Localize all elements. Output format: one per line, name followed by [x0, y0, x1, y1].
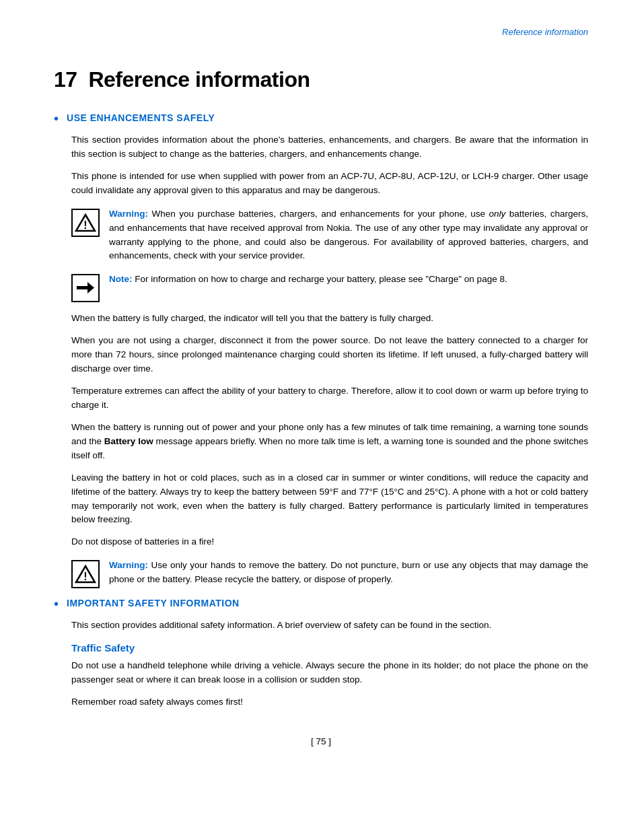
warning-triangle-svg: ! — [75, 213, 96, 232]
note-arrow-svg — [75, 281, 96, 295]
paragraph-3: When the battery is fully charged, the i… — [71, 312, 588, 326]
paragraph-8: Do not dispose of batteries in a fire! — [71, 535, 588, 549]
header-text: Reference information — [502, 27, 588, 37]
traffic-paragraph-2: Remember road safety always comes first! — [71, 695, 588, 709]
warning-label-2: Warning: — [109, 560, 148, 570]
section-heading-safety: IMPORTANT SAFETY INFORMATION — [67, 598, 240, 608]
chapter-title: 17 Reference information — [54, 67, 588, 92]
traffic-paragraph-1: Do not use a handheld telephone while dr… — [71, 659, 588, 687]
warning-icon-1: ! — [71, 209, 100, 237]
paragraph-7: Leaving the battery in hot or cold place… — [71, 471, 588, 528]
chapter-title-text: Reference information — [88, 67, 310, 92]
paragraph-1: This section provides information about … — [71, 133, 588, 162]
enhancements-content: This section provides information about … — [71, 133, 588, 588]
safety-content: This section provides additional safety … — [71, 619, 588, 709]
bullet-icon: • — [54, 111, 59, 127]
paragraph-6: When the battery is running out of power… — [71, 421, 588, 463]
warning-box-1: ! Warning: When you purchase batteries, … — [71, 207, 588, 264]
page-container: Reference information 17 Reference infor… — [0, 0, 642, 840]
paragraph-5: Temperature extremes can affect the abil… — [71, 384, 588, 413]
svg-rect-2 — [77, 286, 89, 289]
paragraph-4: When you are not using a charger, discon… — [71, 334, 588, 376]
warning-text-2: Warning: Use only your hands to remove t… — [109, 559, 588, 587]
safety-paragraph-1: This section provides additional safety … — [71, 619, 588, 633]
page-footer: [ 75 ] — [54, 736, 588, 746]
warning-icon-2: ! — [71, 560, 100, 588]
svg-text:!: ! — [83, 219, 87, 231]
warning-text-1: Warning: When you purchase batteries, ch… — [109, 207, 588, 264]
chapter-number: 17 — [54, 67, 77, 92]
note-label-1: Note: — [109, 274, 133, 284]
section-use-enhancements: • USE ENHANCEMENTS SAFELY — [54, 112, 588, 127]
page-number: [ 75 ] — [311, 736, 331, 746]
subsection-traffic-safety: Traffic Safety — [71, 642, 588, 654]
paragraph-2: This phone is intended for use when supp… — [71, 170, 588, 198]
warning-label-1: Warning: — [109, 209, 148, 219]
section-important-safety: • IMPORTANT SAFETY INFORMATION — [54, 598, 588, 612]
note-icon-1 — [71, 274, 100, 302]
warning-box-2: ! Warning: Use only your hands to remove… — [71, 559, 588, 588]
header-reference: Reference information — [502, 27, 588, 37]
warning-triangle-svg-2: ! — [75, 565, 96, 584]
section-heading-enhancements: USE ENHANCEMENTS SAFELY — [67, 112, 215, 123]
note-box-1: Note: For information on how to charge a… — [71, 273, 588, 302]
italic-only: only — [489, 209, 505, 219]
svg-text:!: ! — [83, 571, 87, 582]
battery-low-bold: Battery low — [104, 436, 153, 446]
bullet-icon-2: • — [54, 596, 59, 612]
note-text-1: Note: For information on how to charge a… — [109, 273, 507, 287]
svg-marker-3 — [87, 282, 94, 293]
